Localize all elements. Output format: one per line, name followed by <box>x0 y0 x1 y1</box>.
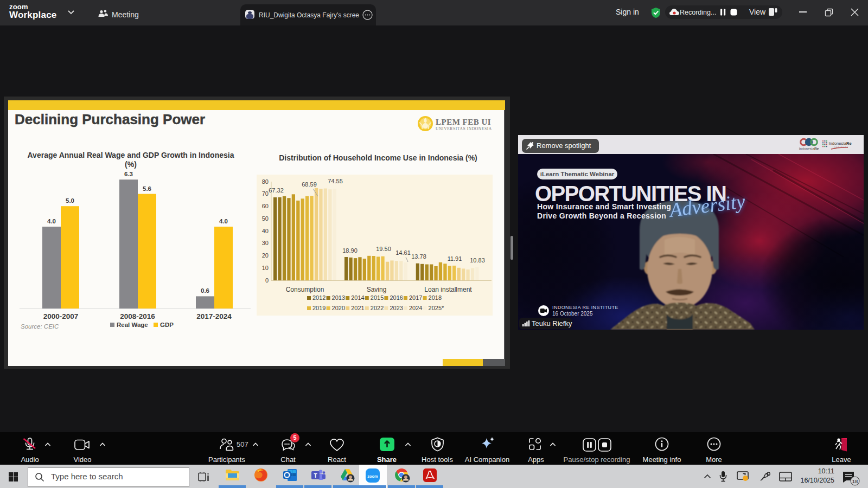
svg-text:2017-2024: 2017-2024 <box>196 312 232 320</box>
svg-text:5.0: 5.0 <box>66 197 74 204</box>
svg-text:Loan installment: Loan installment <box>424 286 472 293</box>
svg-text:Consumption: Consumption <box>286 286 324 293</box>
svg-text:6.3: 6.3 <box>124 171 133 177</box>
svg-text:2013: 2013 <box>332 294 345 301</box>
svg-text:Source: CEIC: Source: CEIC <box>21 323 59 330</box>
svg-text:50: 50 <box>262 215 269 222</box>
svg-text:0.6: 0.6 <box>201 287 209 294</box>
svg-text:4.0: 4.0 <box>219 218 228 224</box>
svg-text:Drive Growth Beyond a Recessio: Drive Growth Beyond a Recession <box>537 211 666 220</box>
svg-text:10.83: 10.83 <box>470 257 485 264</box>
svg-text:iLearn Thematic Webinar: iLearn Thematic Webinar <box>540 171 615 177</box>
svg-text:2024: 2024 <box>409 305 422 311</box>
svg-text:2016: 2016 <box>390 294 403 301</box>
svg-text:IndonesiaRe: IndonesiaRe <box>799 147 819 151</box>
svg-text:60: 60 <box>262 203 269 209</box>
svg-text:2022: 2022 <box>371 305 384 311</box>
svg-text:14.61: 14.61 <box>395 249 411 256</box>
svg-text:Real Wage: Real Wage <box>117 322 148 328</box>
svg-text:40: 40 <box>262 228 269 234</box>
svg-text:2000-2007: 2000-2007 <box>43 312 79 320</box>
svg-text:2019: 2019 <box>312 305 326 311</box>
svg-text:T: T <box>314 473 317 479</box>
svg-text:How Insurance and Smart Invest: How Insurance and Smart Investing <box>537 202 671 211</box>
svg-text:LPEM FEB UI: LPEM FEB UI <box>436 118 491 126</box>
svg-text:2017: 2017 <box>409 294 422 301</box>
svg-text:2018: 2018 <box>429 294 442 301</box>
svg-text:2025*: 2025* <box>429 305 444 311</box>
svg-text:2014: 2014 <box>351 294 364 301</box>
svg-text:80: 80 <box>262 178 269 185</box>
svg-text:0: 0 <box>265 277 269 284</box>
svg-text:Average Annual Real Wage and G: Average Annual Real Wage and GDP Growth … <box>28 151 234 159</box>
svg-text:2012: 2012 <box>312 294 326 301</box>
svg-text:18: 18 <box>852 478 858 484</box>
svg-text:UNIVERSITAS INDONESIA: UNIVERSITAS INDONESIA <box>436 126 492 131</box>
svg-text:GDP: GDP <box>160 322 174 328</box>
svg-text:30: 30 <box>262 240 269 246</box>
svg-text:67.32: 67.32 <box>269 187 284 194</box>
svg-text:13.78: 13.78 <box>411 253 426 260</box>
svg-text:Saving: Saving <box>367 286 387 293</box>
svg-text:IndonesiaRe: IndonesiaRe <box>829 141 852 146</box>
svg-text:18.90: 18.90 <box>342 247 358 254</box>
svg-text:2015: 2015 <box>371 294 384 301</box>
svg-text:20: 20 <box>262 252 269 259</box>
svg-text:2023: 2023 <box>390 305 403 311</box>
svg-text:(%): (%) <box>125 160 137 169</box>
svg-text:2020: 2020 <box>332 305 345 311</box>
svg-text:74.55: 74.55 <box>328 178 343 184</box>
svg-text:4.0: 4.0 <box>47 218 56 224</box>
svg-text:11.91: 11.91 <box>448 255 462 262</box>
svg-text:70: 70 <box>262 190 269 197</box>
svg-text:2008-2016: 2008-2016 <box>120 312 155 320</box>
svg-text:2021: 2021 <box>351 305 364 311</box>
svg-text:Distribution of Household Inco: Distribution of Household Income Use in … <box>279 153 477 162</box>
svg-text:10: 10 <box>262 265 269 271</box>
svg-text:19.50: 19.50 <box>376 246 391 252</box>
svg-text:5.6: 5.6 <box>143 185 151 192</box>
svg-text:68.59: 68.59 <box>302 181 317 188</box>
svg-text:zoom: zoom <box>367 474 378 479</box>
